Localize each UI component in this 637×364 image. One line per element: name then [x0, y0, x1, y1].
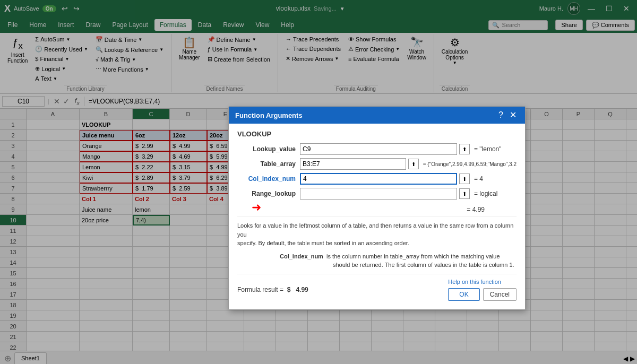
dialog-right-section: Help on this function OK Cancel	[448, 279, 517, 301]
function-arguments-dialog: Function Arguments ? ✕ VLOOKUP Lookup_va…	[228, 106, 526, 310]
dialog-function-name: VLOOKUP	[237, 130, 517, 138]
arg-input-table-array[interactable]	[300, 158, 406, 170]
arg-input-range-lookup[interactable]	[300, 188, 457, 200]
arg-result-col-index-num: = 4	[474, 175, 517, 183]
formula-result-section: Formula result = $ 4.99	[237, 286, 308, 293]
dialog-arguments: Lookup_value ⬆ = "lemon" Table_array ⬆ =…	[237, 143, 517, 200]
arg-result-range-lookup: = logical	[474, 190, 517, 197]
formula-result-label: Formula result = $ 4.99	[237, 286, 308, 293]
arg-row-col-index-num: Col_index_num ⬆ = 4	[237, 173, 517, 185]
dialog-ok-button[interactable]: OK	[448, 288, 479, 301]
dialog-action-buttons: OK Cancel	[448, 288, 517, 301]
arg-expand-col-index-num[interactable]: ⬆	[459, 174, 470, 184]
arg-input-wrap-col-index-num: ⬆	[300, 173, 470, 185]
arg-row-lookup-value: Lookup_value ⬆ = "lemon"	[237, 143, 517, 155]
dialog-help-button[interactable]: ?	[496, 111, 505, 119]
arg-result-table-array: = {"Orange",2.99,4.99,6.59;"Mango",3.2	[423, 161, 517, 167]
arg-expand-lookup-value[interactable]: ⬆	[459, 144, 470, 154]
arg-input-col-index-num[interactable]	[300, 173, 457, 185]
arg-row-table-array: Table_array ⬆ = {"Orange",2.99,4.99,6.59…	[237, 158, 517, 170]
dialog-close-button[interactable]: ✕	[507, 111, 519, 119]
arg-expand-range-lookup[interactable]: ⬆	[459, 188, 470, 199]
dialog-description: Looks for a value in the leftmost column…	[237, 216, 517, 248]
dialog-title-buttons: ? ✕	[496, 111, 519, 119]
arg-input-wrap-range-lookup: ⬆	[300, 188, 470, 200]
arg-label-range-lookup: Range_lookup	[237, 190, 296, 197]
dialog-body: VLOOKUP Lookup_value ⬆ = "lemon" Table_a…	[229, 124, 525, 309]
arg-expand-table-array[interactable]: ⬆	[408, 159, 419, 169]
arg-row-range-lookup: Range_lookup ⬆ = logical	[237, 188, 517, 200]
arg-input-wrap-lookup-value: ⬆	[300, 143, 470, 155]
dialog-footer: Formula result = $ 4.99 Help on this fun…	[237, 274, 517, 303]
dialog-title-bar: Function Arguments ? ✕	[229, 107, 525, 124]
formula-inline-result: = 4.99	[237, 206, 517, 213]
dialog-title-text: Function Arguments	[235, 111, 303, 119]
arg-input-lookup-value[interactable]	[300, 143, 457, 155]
arg-input-wrap-table-array: ⬆	[300, 158, 419, 170]
dialog-param-description: Col_index_num is the column number in ta…	[237, 252, 517, 270]
arg-label-lookup-value: Lookup_value	[237, 145, 296, 153]
arg-result-lookup-value: = "lemon"	[474, 145, 517, 153]
arg-label-col-index-num: Col_index_num	[237, 175, 296, 183]
arg-label-table-array: Table_array	[237, 160, 296, 168]
dialog-overlay: Function Arguments ? ✕ VLOOKUP Lookup_va…	[0, 0, 637, 364]
dialog-cancel-button[interactable]: Cancel	[483, 288, 517, 301]
help-link[interactable]: Help on this function	[448, 279, 501, 285]
